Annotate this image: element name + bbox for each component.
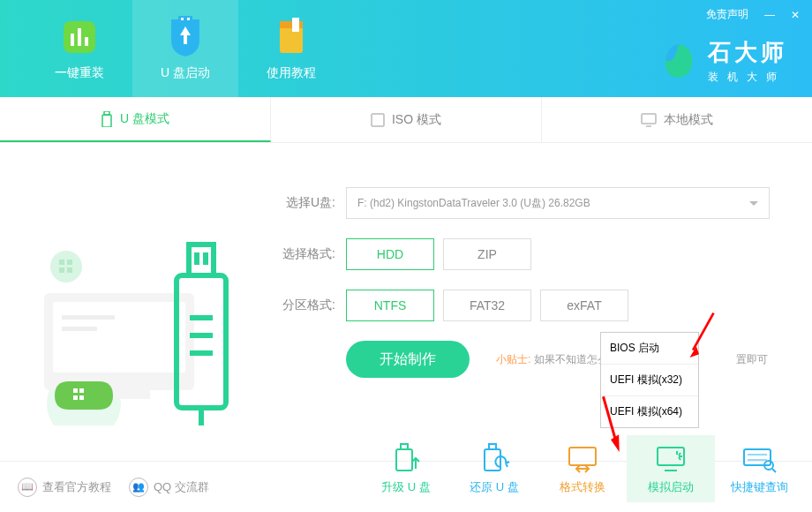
- svg-rect-6: [187, 18, 190, 20]
- restore-usb-icon: [476, 442, 513, 474]
- svg-rect-8: [280, 21, 303, 28]
- usb-select[interactable]: F: (hd2) KingstonDataTraveler 3.0 (U盘) 2…: [346, 187, 770, 219]
- illustration: [0, 143, 265, 461]
- svg-rect-1: [71, 34, 74, 46]
- action-label: 格式转换: [560, 479, 605, 495]
- bottom-actions: 升级 U 盘 还原 U 盘 格式转换 模拟启动 快捷键查询: [362, 435, 803, 502]
- mode-tab-iso[interactable]: ISO 模式: [271, 97, 542, 142]
- svg-rect-27: [67, 260, 72, 265]
- convert-icon: [564, 442, 601, 474]
- svg-rect-53: [744, 449, 771, 465]
- usb-shield-icon: [163, 16, 207, 58]
- logo-icon: [658, 41, 699, 81]
- svg-rect-42: [396, 449, 412, 471]
- book-icon: [269, 16, 313, 58]
- format-option-zip[interactable]: ZIP: [443, 238, 531, 270]
- mode-label: U 盘模式: [120, 111, 169, 127]
- monitor-icon: [641, 113, 657, 127]
- partition-option-ntfs[interactable]: NTFS: [346, 290, 434, 321]
- svg-rect-24: [79, 395, 84, 400]
- partition-option-exfat[interactable]: exFAT: [540, 290, 628, 321]
- partition-option-fat32[interactable]: FAT32: [443, 290, 531, 321]
- svg-rect-22: [79, 388, 84, 393]
- svg-line-51: [679, 457, 680, 460]
- svg-rect-28: [59, 267, 64, 273]
- nav-label: 一键重装: [55, 65, 104, 81]
- nav-tab-tutorial[interactable]: 使用教程: [238, 0, 344, 97]
- svg-rect-26: [59, 260, 64, 265]
- svg-rect-43: [401, 444, 408, 449]
- nav-tab-usb-boot[interactable]: U 盘启动: [132, 0, 238, 97]
- svg-rect-17: [53, 302, 185, 373]
- mode-tab-usb[interactable]: U 盘模式: [0, 97, 271, 142]
- logo: 石大师 装机大师: [658, 37, 787, 85]
- svg-rect-23: [73, 395, 78, 400]
- svg-rect-10: [102, 115, 111, 127]
- nav-label: U 盘启动: [161, 65, 210, 81]
- simulate-icon: [652, 442, 689, 474]
- select-usb-label: 选择U盘:: [265, 195, 335, 211]
- svg-rect-44: [485, 449, 500, 471]
- svg-point-25: [50, 251, 82, 282]
- svg-rect-33: [203, 252, 208, 265]
- form-area: 选择U盘: F: (hd2) KingstonDataTraveler 3.0 …: [265, 143, 812, 461]
- action-label: 模拟启动: [648, 479, 694, 495]
- nav-tab-reinstall[interactable]: 一键重装: [26, 0, 132, 97]
- svg-rect-37: [190, 350, 213, 356]
- action-restore-usb[interactable]: 还原 U 盘: [450, 435, 538, 502]
- people-circle-icon: 👥: [129, 478, 148, 497]
- usb-icon: [101, 111, 113, 127]
- svg-marker-41: [608, 433, 628, 452]
- partition-label: 分区格式:: [265, 297, 335, 313]
- svg-rect-29: [67, 267, 72, 273]
- svg-rect-45: [489, 444, 496, 449]
- usb-select-value: F: (hd2) KingstonDataTraveler 3.0 (U盘) 2…: [357, 196, 590, 211]
- qq-group-link[interactable]: 👥 QQ 交流群: [129, 478, 209, 497]
- popup-item-uefi32[interactable]: UEFI 模拟(x32): [601, 365, 698, 396]
- svg-rect-21: [73, 388, 78, 393]
- nav-label: 使用教程: [267, 65, 316, 81]
- minimize-button[interactable]: —: [764, 9, 775, 21]
- svg-rect-13: [642, 114, 656, 124]
- mode-tab-local[interactable]: 本地模式: [542, 97, 812, 142]
- link-label: 查看官方教程: [42, 479, 111, 495]
- svg-rect-36: [190, 333, 213, 338]
- svg-rect-11: [104, 111, 109, 115]
- upgrade-usb-icon: [387, 442, 425, 474]
- svg-rect-18: [62, 315, 115, 320]
- close-button[interactable]: ✕: [791, 9, 800, 21]
- svg-rect-35: [190, 315, 213, 320]
- svg-rect-46: [569, 448, 596, 465]
- nav-tabs: 一键重装 U 盘启动 使用教程: [0, 0, 344, 97]
- bottom-bar: 📖 查看官方教程 👥 QQ 交流群 升级 U 盘 还原 U 盘 格式转换 模拟启…: [0, 461, 812, 512]
- action-upgrade-usb[interactable]: 升级 U 盘: [362, 435, 450, 502]
- svg-line-49: [679, 453, 680, 456]
- logo-title: 石大师: [708, 37, 787, 68]
- svg-rect-2: [78, 28, 81, 46]
- mode-tabs: U 盘模式 ISO 模式 本地模式: [0, 97, 812, 143]
- svg-line-57: [772, 469, 776, 472]
- top-bar: 一键重装 U 盘启动 使用教程 免责声明 — ✕ 石大师 装机大师: [0, 0, 812, 97]
- official-tutorial-link[interactable]: 📖 查看官方教程: [18, 478, 111, 497]
- mode-label: 本地模式: [664, 112, 713, 128]
- svg-rect-4: [178, 16, 192, 23]
- book-circle-icon: 📖: [18, 478, 37, 497]
- svg-rect-3: [85, 37, 88, 46]
- logo-subtitle: 装机大师: [708, 70, 787, 85]
- iso-icon: [371, 113, 385, 127]
- action-hotkey-lookup[interactable]: 快捷键查询: [715, 435, 803, 502]
- svg-rect-12: [372, 114, 384, 126]
- action-label: 升级 U 盘: [381, 479, 431, 495]
- disclaimer-link[interactable]: 免责声明: [706, 7, 748, 22]
- action-simulate-boot[interactable]: 模拟启动: [627, 435, 715, 502]
- start-button[interactable]: 开始制作: [346, 341, 470, 378]
- format-option-hdd[interactable]: HDD: [346, 238, 434, 270]
- svg-rect-5: [181, 18, 184, 20]
- select-format-label: 选择格式:: [265, 246, 335, 262]
- link-label: QQ 交流群: [154, 479, 209, 495]
- action-label: 还原 U 盘: [470, 479, 519, 495]
- keyboard-search-icon: [741, 442, 778, 474]
- svg-rect-19: [62, 327, 97, 331]
- window-controls: 免责声明 — ✕: [706, 7, 800, 22]
- mode-label: ISO 模式: [392, 112, 441, 128]
